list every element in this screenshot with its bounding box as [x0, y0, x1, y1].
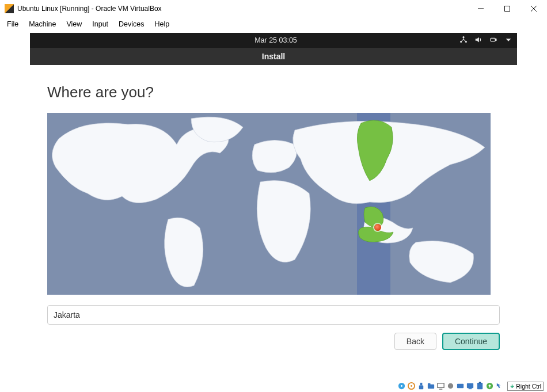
vbox-dragdrop-icon[interactable] [485, 382, 494, 391]
svg-point-12 [411, 385, 412, 387]
virtualbox-titlebar: Ubuntu Linux [Running] - Oracle VM Virtu… [0, 0, 547, 18]
host-key-indicator[interactable]: Right Ctrl [507, 382, 544, 391]
menu-file[interactable]: File [2, 19, 23, 29]
world-map-svg [47, 113, 491, 295]
svg-point-10 [401, 385, 402, 387]
location-pin-icon [374, 224, 381, 231]
back-button[interactable]: Back [394, 333, 436, 350]
svg-rect-21 [467, 383, 473, 387]
svg-rect-23 [477, 382, 483, 389]
guest-screen: Mar 25 03:05 Install Where are you? [2, 33, 545, 381]
power-icon[interactable] [489, 36, 497, 45]
network-icon[interactable] [459, 36, 468, 45]
svg-rect-20 [457, 383, 464, 388]
svg-rect-13 [420, 382, 423, 385]
vbox-usb-icon[interactable] [417, 382, 426, 391]
svg-rect-1 [505, 6, 510, 12]
timezone-map[interactable] [47, 113, 491, 295]
svg-rect-15 [428, 384, 434, 389]
window-title: Ubuntu Linux [Running] - Oracle VM Virtu… [17, 5, 468, 13]
host-key-label: Right Ctrl [516, 383, 541, 390]
svg-rect-24 [479, 382, 481, 383]
svg-rect-17 [438, 383, 444, 387]
svg-point-19 [448, 383, 453, 388]
menu-devices[interactable]: Devices [114, 19, 149, 29]
vbox-mouse-integration-icon[interactable] [495, 382, 504, 391]
vbox-network-icon[interactable] [466, 382, 474, 391]
svg-rect-8 [495, 39, 496, 40]
vbox-audio-icon[interactable] [456, 382, 465, 391]
svg-rect-16 [428, 383, 431, 385]
vbox-clipboard-icon[interactable] [476, 382, 484, 391]
installer-body: Where are you? [30, 65, 517, 350]
vbox-shared-folders-icon[interactable] [427, 382, 435, 391]
menu-machine[interactable]: Machine [24, 19, 60, 29]
gnome-top-bar: Mar 25 03:05 [30, 33, 517, 48]
location-input[interactable] [47, 305, 500, 325]
volume-icon[interactable] [474, 36, 483, 45]
maximize-button[interactable] [494, 0, 521, 17]
menu-input[interactable]: Input [88, 19, 113, 29]
page-title: Where are you? [47, 83, 500, 101]
virtualbox-app-icon [5, 4, 14, 13]
minimize-button[interactable] [468, 0, 494, 17]
vbox-optical-icon[interactable] [407, 382, 416, 391]
installer-titlebar: Install [30, 48, 517, 65]
svg-rect-22 [469, 388, 472, 389]
menu-view[interactable]: View [62, 19, 86, 29]
installer-title: Install [262, 52, 285, 61]
virtualbox-menubar: File Machine View Input Devices Help [0, 18, 547, 33]
continue-button[interactable]: Continue [442, 333, 500, 350]
system-indicators[interactable] [459, 36, 512, 45]
virtualbox-statusbar: Right Ctrl [0, 380, 547, 392]
vbox-display-icon[interactable] [436, 382, 445, 391]
clock[interactable]: Mar 25 03:05 [254, 36, 297, 44]
nav-buttons: Back Continue [47, 333, 500, 350]
svg-rect-7 [491, 38, 495, 41]
menu-help[interactable]: Help [150, 19, 174, 29]
svg-rect-14 [419, 385, 424, 389]
vbox-hdd-icon[interactable] [397, 382, 406, 391]
close-button[interactable] [521, 0, 547, 17]
chevron-down-icon[interactable] [504, 36, 512, 45]
vbox-recording-icon[interactable] [446, 382, 455, 391]
